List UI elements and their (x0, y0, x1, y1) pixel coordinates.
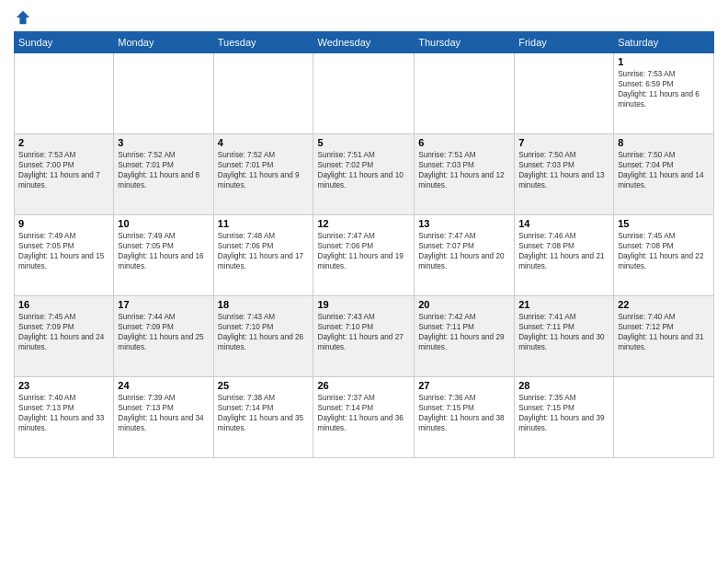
day-info: Sunrise: 7:41 AM Sunset: 7:11 PM Dayligh… (518, 312, 609, 352)
day-info: Sunrise: 7:39 AM Sunset: 7:13 PM Dayligh… (118, 393, 209, 433)
calendar-cell: 17Sunrise: 7:44 AM Sunset: 7:09 PM Dayli… (114, 296, 213, 377)
calendar-cell: 26Sunrise: 7:37 AM Sunset: 7:14 PM Dayli… (313, 377, 415, 458)
day-info: Sunrise: 7:49 AM Sunset: 7:05 PM Dayligh… (118, 231, 209, 271)
calendar-table: SundayMondayTuesdayWednesdayThursdayFrid… (14, 31, 714, 458)
calendar-cell (313, 53, 415, 134)
day-info: Sunrise: 7:40 AM Sunset: 7:13 PM Dayligh… (18, 393, 109, 433)
weekday-header-saturday: Saturday (614, 32, 714, 53)
day-number: 25 (218, 380, 310, 391)
calendar-cell: 24Sunrise: 7:39 AM Sunset: 7:13 PM Dayli… (114, 377, 213, 458)
day-number: 3 (118, 137, 209, 148)
day-number: 7 (518, 137, 609, 148)
day-number: 17 (118, 299, 209, 310)
day-number: 14 (518, 218, 609, 229)
calendar-cell (213, 53, 313, 134)
day-number: 13 (418, 218, 510, 229)
day-number: 6 (418, 137, 510, 148)
page-header (14, 9, 714, 24)
calendar-cell: 6Sunrise: 7:51 AM Sunset: 7:03 PM Daylig… (415, 134, 515, 215)
calendar-cell: 11Sunrise: 7:48 AM Sunset: 7:06 PM Dayli… (213, 215, 313, 296)
day-number: 2 (18, 137, 109, 148)
calendar-cell: 21Sunrise: 7:41 AM Sunset: 7:11 PM Dayli… (515, 296, 614, 377)
weekday-header-friday: Friday (515, 32, 614, 53)
calendar-cell (415, 53, 515, 134)
calendar-cell: 16Sunrise: 7:45 AM Sunset: 7:09 PM Dayli… (15, 296, 114, 377)
day-info: Sunrise: 7:45 AM Sunset: 7:08 PM Dayligh… (618, 231, 710, 271)
calendar-cell: 10Sunrise: 7:49 AM Sunset: 7:05 PM Dayli… (114, 215, 213, 296)
calendar-cell: 4Sunrise: 7:52 AM Sunset: 7:01 PM Daylig… (213, 134, 313, 215)
calendar-cell: 14Sunrise: 7:46 AM Sunset: 7:08 PM Dayli… (515, 215, 614, 296)
weekday-header-wednesday: Wednesday (313, 32, 415, 53)
calendar-cell: 28Sunrise: 7:35 AM Sunset: 7:15 PM Dayli… (515, 377, 614, 458)
day-info: Sunrise: 7:47 AM Sunset: 7:07 PM Dayligh… (418, 231, 510, 271)
weekday-header-sunday: Sunday (15, 32, 114, 53)
day-number: 12 (317, 218, 410, 229)
day-number: 23 (18, 380, 109, 391)
day-info: Sunrise: 7:51 AM Sunset: 7:03 PM Dayligh… (418, 150, 510, 190)
weekday-header-row: SundayMondayTuesdayWednesdayThursdayFrid… (15, 32, 714, 53)
calendar-cell: 1Sunrise: 7:53 AM Sunset: 6:59 PM Daylig… (614, 53, 714, 134)
day-number: 8 (618, 137, 710, 148)
calendar-cell: 5Sunrise: 7:51 AM Sunset: 7:02 PM Daylig… (313, 134, 415, 215)
day-info: Sunrise: 7:46 AM Sunset: 7:08 PM Dayligh… (518, 231, 609, 271)
calendar-cell (15, 53, 114, 134)
calendar-cell: 19Sunrise: 7:43 AM Sunset: 7:10 PM Dayli… (313, 296, 415, 377)
day-info: Sunrise: 7:43 AM Sunset: 7:10 PM Dayligh… (218, 312, 310, 352)
calendar-week-1: 1Sunrise: 7:53 AM Sunset: 6:59 PM Daylig… (15, 53, 714, 134)
day-number: 21 (518, 299, 609, 310)
calendar-cell: 20Sunrise: 7:42 AM Sunset: 7:11 PM Dayli… (415, 296, 515, 377)
day-number: 10 (118, 218, 209, 229)
calendar-cell: 8Sunrise: 7:50 AM Sunset: 7:04 PM Daylig… (614, 134, 714, 215)
day-info: Sunrise: 7:44 AM Sunset: 7:09 PM Dayligh… (118, 312, 209, 352)
calendar-cell: 13Sunrise: 7:47 AM Sunset: 7:07 PM Dayli… (415, 215, 515, 296)
day-info: Sunrise: 7:42 AM Sunset: 7:11 PM Dayligh… (418, 312, 510, 352)
day-info: Sunrise: 7:38 AM Sunset: 7:14 PM Dayligh… (218, 393, 310, 433)
day-info: Sunrise: 7:45 AM Sunset: 7:09 PM Dayligh… (18, 312, 109, 352)
day-number: 22 (618, 299, 710, 310)
day-info: Sunrise: 7:48 AM Sunset: 7:06 PM Dayligh… (218, 231, 310, 271)
day-info: Sunrise: 7:51 AM Sunset: 7:02 PM Dayligh… (317, 150, 410, 190)
day-number: 11 (218, 218, 310, 229)
calendar-cell: 27Sunrise: 7:36 AM Sunset: 7:15 PM Dayli… (415, 377, 515, 458)
calendar-cell: 12Sunrise: 7:47 AM Sunset: 7:06 PM Dayli… (313, 215, 415, 296)
calendar-cell (114, 53, 213, 134)
day-number: 9 (18, 218, 109, 229)
day-number: 15 (618, 218, 710, 229)
calendar-cell: 22Sunrise: 7:40 AM Sunset: 7:12 PM Dayli… (614, 296, 714, 377)
day-info: Sunrise: 7:49 AM Sunset: 7:05 PM Dayligh… (18, 231, 109, 271)
day-number: 1 (618, 56, 710, 67)
day-info: Sunrise: 7:43 AM Sunset: 7:10 PM Dayligh… (317, 312, 410, 352)
calendar-cell: 2Sunrise: 7:53 AM Sunset: 7:00 PM Daylig… (15, 134, 114, 215)
day-info: Sunrise: 7:52 AM Sunset: 7:01 PM Dayligh… (218, 150, 310, 190)
calendar-cell: 3Sunrise: 7:52 AM Sunset: 7:01 PM Daylig… (114, 134, 213, 215)
day-info: Sunrise: 7:35 AM Sunset: 7:15 PM Dayligh… (518, 393, 609, 433)
calendar-cell: 25Sunrise: 7:38 AM Sunset: 7:14 PM Dayli… (213, 377, 313, 458)
day-number: 28 (518, 380, 609, 391)
day-info: Sunrise: 7:50 AM Sunset: 7:04 PM Dayligh… (618, 150, 710, 190)
calendar-week-5: 23Sunrise: 7:40 AM Sunset: 7:13 PM Dayli… (15, 377, 714, 458)
weekday-header-monday: Monday (114, 32, 213, 53)
logo (14, 9, 31, 24)
calendar-cell: 9Sunrise: 7:49 AM Sunset: 7:05 PM Daylig… (15, 215, 114, 296)
calendar-week-2: 2Sunrise: 7:53 AM Sunset: 7:00 PM Daylig… (15, 134, 714, 215)
day-number: 24 (118, 380, 209, 391)
day-info: Sunrise: 7:52 AM Sunset: 7:01 PM Dayligh… (118, 150, 209, 190)
weekday-header-thursday: Thursday (415, 32, 515, 53)
calendar-week-3: 9Sunrise: 7:49 AM Sunset: 7:05 PM Daylig… (15, 215, 714, 296)
day-number: 26 (317, 380, 410, 391)
day-number: 20 (418, 299, 510, 310)
day-number: 19 (317, 299, 410, 310)
calendar-cell (614, 377, 714, 458)
day-number: 18 (218, 299, 310, 310)
day-number: 5 (317, 137, 410, 148)
day-info: Sunrise: 7:53 AM Sunset: 6:59 PM Dayligh… (618, 69, 710, 109)
calendar-cell: 15Sunrise: 7:45 AM Sunset: 7:08 PM Dayli… (614, 215, 714, 296)
day-number: 27 (418, 380, 510, 391)
day-info: Sunrise: 7:47 AM Sunset: 7:06 PM Dayligh… (317, 231, 410, 271)
calendar-cell: 18Sunrise: 7:43 AM Sunset: 7:10 PM Dayli… (213, 296, 313, 377)
calendar-week-4: 16Sunrise: 7:45 AM Sunset: 7:09 PM Dayli… (15, 296, 714, 377)
logo-icon (15, 9, 31, 26)
day-number: 4 (218, 137, 310, 148)
day-info: Sunrise: 7:40 AM Sunset: 7:12 PM Dayligh… (618, 312, 710, 352)
weekday-header-tuesday: Tuesday (213, 32, 313, 53)
